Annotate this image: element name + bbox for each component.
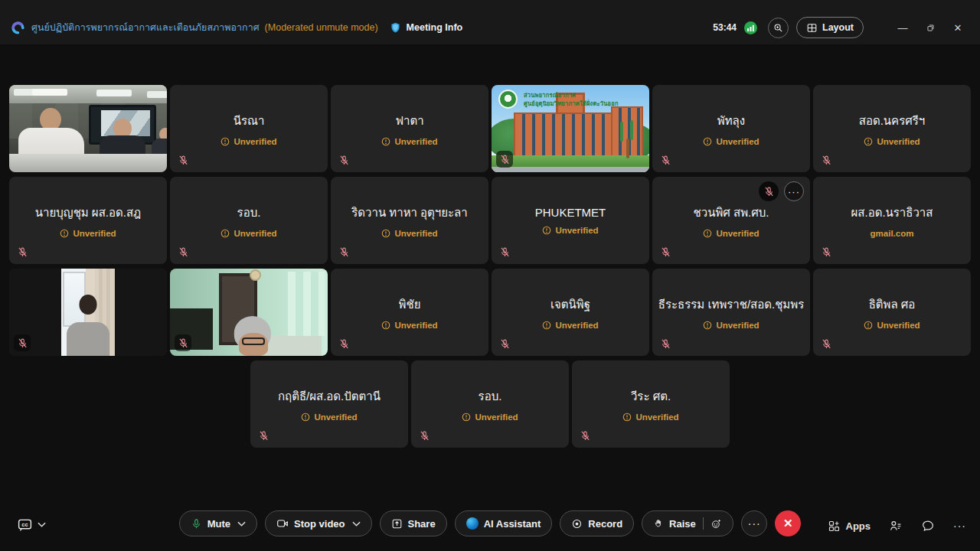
chat-panel-button[interactable] [921,519,935,533]
minimize-button[interactable]: — [891,18,914,37]
participant-info: สอด.นครศรีฯUnverified [813,85,971,172]
participant-info: รอบ.Unverified [170,177,328,264]
verification-status: Unverified [622,412,678,422]
status-label: Unverified [555,226,598,235]
participant-info: ฟาตาUnverified [331,85,488,172]
status-label: Unverified [877,137,920,146]
participant-tile-video[interactable] [9,269,167,356]
participant-info: ผส.อด.นราธิวาสgmail.com [813,177,971,264]
participant-tile[interactable]: สอด.นครศรีฯUnverified [813,85,971,172]
zoom-view-button[interactable] [768,18,789,38]
status-label: Unverified [475,412,518,422]
verification-status: Unverified [60,229,116,238]
share-screen-icon [391,518,403,530]
verification-status: Unverified [703,229,759,238]
unverified-icon [381,321,390,330]
tile-mute-button[interactable] [759,181,779,201]
participant-tile-video[interactable] [9,85,167,172]
record-button-label: Record [588,518,622,530]
status-label: Unverified [394,321,437,330]
muted-mic-icon [499,338,511,350]
shield-icon [389,21,402,34]
unverified-icon [381,229,390,238]
participant-tile[interactable]: ธีระธรรม เทพราช/สอด.ชุมพรUnverified [652,269,810,356]
video-feed: ส่วนพยากรณ์อากาศศูนย์อุตุนิยมวิทยาภาคใต้… [492,85,649,172]
raise-hand-icon [653,518,664,529]
participant-tile[interactable]: PHUKETMETUnverified [492,177,649,264]
unverified-icon [542,321,551,330]
unverified-icon [864,137,873,146]
verification-status: gmail.com [871,229,914,238]
chevron-down-icon [237,521,246,527]
muted-mic-icon [258,430,270,442]
participant-tile[interactable]: เจตนิพิฐUnverified [492,269,649,356]
apps-button-label: Apps [846,520,871,532]
participant-tile-video[interactable]: ส่วนพยากรณ์อากาศศูนย์อุตุนิยมวิทยาภาคใต้… [492,85,649,172]
participants-panel-button[interactable] [889,519,903,533]
muted-mic-icon [338,155,350,166]
reactions-smiley-icon[interactable] [710,518,722,530]
layout-grid-icon [806,22,818,34]
close-button[interactable]: ✕ [946,18,969,37]
mute-button[interactable]: Mute [179,510,257,536]
participant-tile[interactable]: ฟาตาUnverified [331,85,488,172]
participant-tile-video[interactable] [170,269,328,356]
participant-info: วีระ ศต.Unverified [572,360,730,448]
divider [703,517,704,530]
participant-tile[interactable]: ริดวาน ทาหา อุตุฯยะลาUnverified [331,177,488,264]
participant-name: พัทลุง [717,112,745,130]
muted-mic-icon [14,334,31,351]
muted-mic-icon [660,338,671,350]
layout-button[interactable]: Layout [796,17,864,38]
participant-tile[interactable]: ผส.อด.นราธิวาสgmail.com [813,177,971,264]
video-feed [9,269,167,356]
participant-name: นายบุญชุม ผส.อด.สฎ [35,204,141,222]
layout-button-label: Layout [822,22,854,33]
participant-tile[interactable]: พิชัยUnverified [331,269,488,356]
more-options-button[interactable]: ··· [741,510,767,536]
raise-hand-button[interactable]: Raise [642,510,733,536]
participant-info: พัทลุงUnverified [652,85,810,172]
participant-tile[interactable]: รอบ.Unverified [411,360,569,448]
participant-tile[interactable]: พัทลุงUnverified [652,85,810,172]
ai-assistant-icon [466,517,479,530]
participant-info: PHUKETMETUnverified [492,177,649,264]
participant-tile[interactable]: วีระ ศต.Unverified [572,360,730,448]
muted-mic-icon [496,151,513,168]
unverified-icon [703,137,712,146]
verification-status: Unverified [462,412,518,422]
participant-info: พิชัยUnverified [331,269,488,356]
share-button[interactable]: Share [380,510,447,536]
participant-tile[interactable]: รอบ.Unverified [170,177,328,264]
apps-grid-icon [828,520,841,533]
record-icon [571,518,583,530]
participant-name: ธิติพล ศอ [869,295,916,314]
participant-tile[interactable]: กฤติธี/ผส.อด.ปัตตานีUnverified [250,360,408,448]
apps-button[interactable]: Apps [828,520,871,533]
participant-tile[interactable]: นีรณาUnverified [170,85,328,172]
more-panel-button[interactable]: ··· [953,520,966,532]
restore-button[interactable] [919,18,942,37]
share-button-label: Share [408,518,436,530]
status-label: Unverified [394,229,437,238]
leave-meeting-button[interactable]: ✕ [775,510,801,536]
tile-more-button[interactable]: ··· [784,181,804,201]
meeting-info-button[interactable]: Meeting Info [407,22,463,33]
connection-quality-icon[interactable] [744,21,757,34]
muted-mic-icon [660,246,671,258]
muted-mic-icon [821,338,832,350]
participant-tile[interactable]: ชวนพิศ สพ.ศบ.Unverified··· [652,177,810,264]
record-button[interactable]: Record [560,510,634,536]
meeting-title: ศูนย์ปฏิบัติการพยากรณ์อากาศและเตือนภัยสภ… [31,20,260,35]
muted-mic-icon [821,246,832,258]
unverified-icon [301,412,310,422]
status-label: Unverified [716,321,759,330]
status-label: Unverified [234,137,276,146]
participant-tile[interactable]: ธิติพล ศอUnverified [813,269,971,356]
ai-assistant-button-label: AI Assistant [484,518,541,530]
verification-status: Unverified [381,137,437,146]
unverified-icon [462,412,471,422]
stop-video-button[interactable]: Stop video [265,510,371,536]
participant-tile[interactable]: นายบุญชุม ผส.อด.สฎUnverified [9,177,167,264]
ai-assistant-button[interactable]: AI Assistant [455,510,553,536]
